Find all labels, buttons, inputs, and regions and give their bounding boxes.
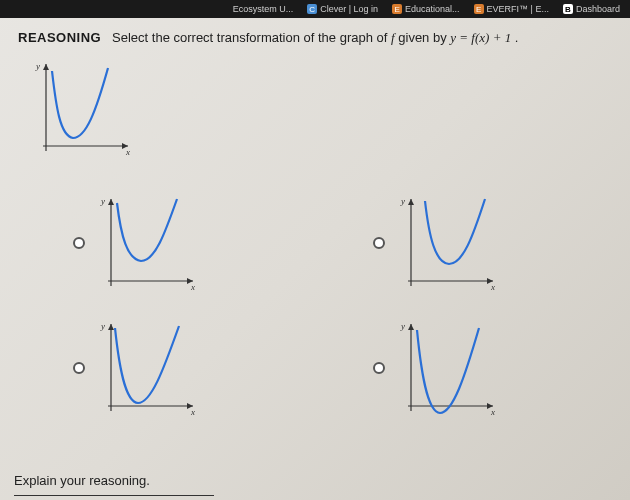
tab-dashboard[interactable]: B Dashboard — [557, 2, 626, 16]
prompt-equation: y = f(x) + 1 — [450, 30, 511, 45]
explain-answer-field[interactable] — [14, 495, 214, 496]
dashboard-icon: B — [563, 4, 573, 14]
svg-text:x: x — [190, 407, 195, 417]
graph-choice-d: y x — [393, 316, 503, 421]
svg-text:y: y — [100, 196, 105, 206]
clever-icon: C — [307, 4, 317, 14]
graph-f-original: y x — [28, 56, 138, 161]
radio-choice-d[interactable] — [373, 362, 385, 374]
question-prompt: REASONING Select the correct transformat… — [18, 28, 612, 48]
radio-choice-c[interactable] — [73, 362, 85, 374]
tab-clever[interactable]: C Clever | Log in — [301, 2, 384, 16]
svg-text:x: x — [490, 407, 495, 417]
svg-text:y: y — [100, 321, 105, 331]
choice-c: y x — [73, 316, 203, 421]
svg-text:x: x — [490, 282, 495, 292]
tab-ecosystem[interactable]: Ecosystem U... — [227, 2, 300, 16]
prompt-text-mid: given by — [398, 30, 450, 45]
question-content: REASONING Select the correct transformat… — [0, 18, 630, 476]
svg-marker-7 — [108, 199, 114, 205]
everfi-icon: E — [474, 4, 484, 14]
graph-choice-a: y x — [93, 191, 203, 296]
tab-label: Ecosystem U... — [233, 4, 294, 14]
tab-label: Dashboard — [576, 4, 620, 14]
svg-marker-3 — [43, 64, 49, 70]
tab-everfi[interactable]: E EVERFI™ | E... — [468, 2, 555, 16]
stem-graph: y x — [28, 56, 138, 161]
reasoning-label: REASONING — [18, 30, 101, 45]
y-axis-label: y — [35, 61, 40, 71]
x-axis-label: x — [125, 147, 130, 157]
choice-a: y x — [73, 191, 203, 296]
graph-choice-c: y x — [93, 316, 203, 421]
svg-marker-25 — [408, 324, 414, 330]
prompt-f: f — [391, 30, 395, 45]
choice-b: y x — [373, 191, 503, 296]
svg-text:x: x — [190, 282, 195, 292]
svg-marker-13 — [408, 199, 414, 205]
tab-educational[interactable]: E Educational... — [386, 2, 466, 16]
radio-choice-b[interactable] — [373, 237, 385, 249]
radio-choice-a[interactable] — [73, 237, 85, 249]
tab-label: Educational... — [405, 4, 460, 14]
browser-tabs-bar: Ecosystem U... C Clever | Log in E Educa… — [0, 0, 630, 18]
prompt-period: . — [515, 30, 519, 45]
svg-text:y: y — [400, 196, 405, 206]
prompt-text-before: Select the correct transformation of the… — [112, 30, 391, 45]
choice-d: y x — [373, 316, 503, 421]
graph-choice-b: y x — [393, 191, 503, 296]
svg-marker-19 — [108, 324, 114, 330]
educational-icon: E — [392, 4, 402, 14]
explain-reasoning-label: Explain your reasoning. — [14, 473, 150, 488]
tab-label: Clever | Log in — [320, 4, 378, 14]
graph-choices-area: y x y x — [18, 56, 612, 466]
svg-text:y: y — [400, 321, 405, 331]
tab-label: EVERFI™ | E... — [487, 4, 549, 14]
